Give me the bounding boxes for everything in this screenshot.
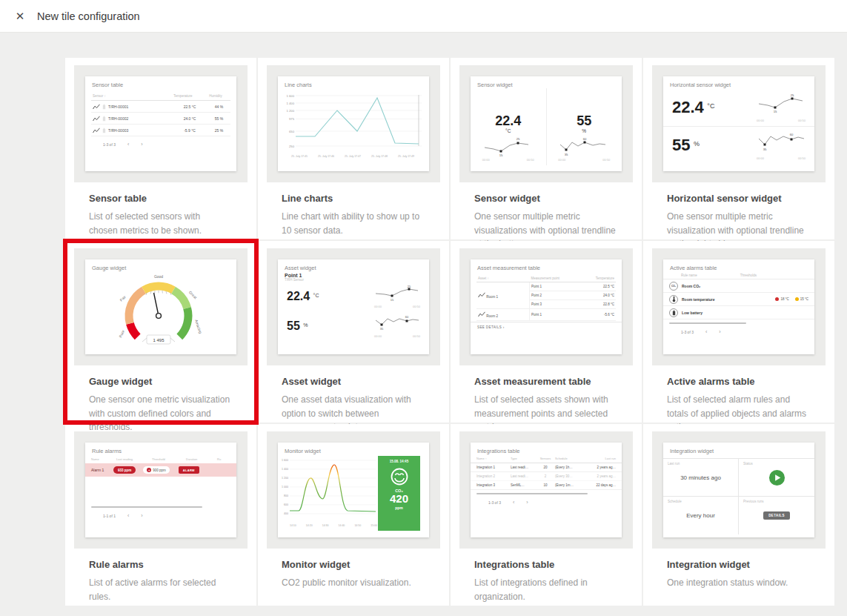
mini-heading: Line charts bbox=[278, 76, 429, 88]
tile-card-line-charts[interactable]: Line charts 1 600 1 400 1 200 975 650 bbox=[258, 58, 449, 239]
tile-card-gauge-widget[interactable]: Gauge widget Poor bbox=[65, 241, 256, 423]
pagination-next[interactable]: › bbox=[719, 329, 720, 334]
tile-card-rule-alarms[interactable]: Rule alarms Name Last reading Threshold … bbox=[65, 424, 256, 606]
svg-text:35: 35 bbox=[380, 327, 384, 331]
trendline-chart: 35 60 bbox=[558, 136, 610, 157]
horizontal-scrollbar[interactable] bbox=[476, 493, 588, 494]
svg-text:Amazing: Amazing bbox=[194, 319, 203, 334]
metric-row-temperature: 22.4 °C 15 25 00:00 00:50 bbox=[278, 282, 429, 311]
svg-text:Good: Good bbox=[154, 274, 163, 279]
column-name: Name bbox=[91, 457, 116, 461]
svg-text:15: 15 bbox=[774, 110, 777, 113]
tile-card-monitor-widget[interactable]: Monitor widget bbox=[258, 424, 449, 606]
svg-text:1 400: 1 400 bbox=[282, 468, 288, 471]
line-chart-icon bbox=[478, 311, 485, 317]
tile-preview: Rule alarms Name Last reading Threshold … bbox=[74, 431, 248, 549]
trendline-times: 00:00 00:50 bbox=[757, 156, 806, 160]
details-button[interactable]: DETAILS bbox=[763, 511, 790, 520]
column-name: Name ↑ bbox=[476, 457, 511, 460]
pagination-prev[interactable]: ‹ bbox=[513, 500, 514, 505]
horizontal-scrollbar[interactable] bbox=[669, 322, 746, 324]
metric-unit: °C bbox=[505, 128, 511, 133]
sensor-humidity: 44 % bbox=[209, 105, 229, 109]
metric-row-humidity: 55 % 35 60 00:00 00:50 bbox=[278, 311, 429, 341]
gauge-segment-poor bbox=[130, 323, 137, 337]
pagination-next[interactable]: › bbox=[141, 513, 142, 518]
tile-description: CO2 public monitor visualization. bbox=[282, 576, 424, 590]
gauge-segment-good bbox=[144, 286, 173, 290]
metric-unit: % bbox=[694, 140, 700, 148]
tile-title: Monitor widget bbox=[282, 559, 430, 570]
tile-title: Sensor widget bbox=[474, 193, 622, 204]
tile-card-horizontal-sensor-widget[interactable]: Horizontal sensor widget 22.4 °C 15 25 0… bbox=[643, 58, 834, 239]
co2-icon: CO₂ bbox=[669, 282, 678, 291]
trendline-times: 00:00 00:50 bbox=[558, 158, 610, 162]
trendline-chart: 15 25 bbox=[757, 93, 806, 115]
svg-text:600: 600 bbox=[284, 503, 288, 506]
rule-name: Room temperature bbox=[682, 297, 714, 302]
svg-text:35: 35 bbox=[565, 153, 568, 156]
tile-description: List of active alarms for selected rules… bbox=[89, 576, 231, 603]
tile-preview: Sensor widget 22.4 °C 15 25 00:00 bbox=[459, 65, 633, 182]
trendline-chart: 35 60 bbox=[757, 130, 806, 153]
tile-preview: Integration widget Last run 30 minutes a… bbox=[652, 431, 826, 549]
tile-card-active-alarms-table[interactable]: Active alarms table Rule name Thresholds… bbox=[643, 241, 834, 423]
mini-heading: Sensor table bbox=[85, 76, 236, 88]
tile-title: Asset widget bbox=[282, 376, 430, 387]
svg-text:800: 800 bbox=[284, 494, 288, 497]
pagination-prev[interactable]: ‹ bbox=[705, 329, 707, 334]
pagination-prev[interactable]: ‹ bbox=[127, 513, 129, 518]
gauge-segment-fair bbox=[129, 290, 144, 323]
tile-card-asset-widget[interactable]: Asset widget Point 1 T/RH Sensor 22.4 °C… bbox=[258, 241, 449, 423]
svg-text:1 400: 1 400 bbox=[287, 102, 295, 105]
tile-card-integration-widget[interactable]: Integration widget Last run 30 minutes a… bbox=[643, 424, 834, 606]
pagination-next[interactable]: › bbox=[526, 500, 528, 505]
plus-circle-icon: + bbox=[147, 468, 151, 472]
mini-heading: Monitor widget bbox=[278, 443, 429, 454]
point-temperature: -5.6 °C bbox=[575, 309, 616, 321]
pagination-prev[interactable]: ‹ bbox=[127, 142, 129, 147]
line-chart-icon bbox=[478, 292, 485, 298]
table-row: T/RH-00002 24.0 °C 55 % bbox=[91, 113, 230, 125]
tile-title: Horizontal sensor widget bbox=[667, 193, 815, 204]
last-reading-pill: 933 ppm bbox=[113, 466, 136, 474]
svg-text:15: 15 bbox=[391, 298, 394, 302]
tile-title: Sensor table bbox=[89, 193, 237, 204]
tile-description: Line chart with ability to show up to 10… bbox=[282, 210, 424, 237]
pagination-next[interactable]: › bbox=[141, 142, 142, 147]
pagination-label: 1-3 of 3 bbox=[103, 142, 116, 147]
column-humidity: Humidity bbox=[202, 94, 229, 98]
tile-preview: Asset widget Point 1 T/RH Sensor 22.4 °C… bbox=[267, 248, 440, 365]
gauge-chart: Poor Fair Good Great Amazing 1 495 bbox=[105, 270, 216, 353]
horizontal-scrollbar[interactable] bbox=[91, 506, 202, 508]
svg-text:60: 60 bbox=[405, 315, 409, 319]
svg-text:1 000: 1 000 bbox=[282, 486, 288, 489]
battery-icon bbox=[102, 116, 106, 122]
close-icon[interactable]: ✕ bbox=[10, 7, 30, 26]
data-series-line bbox=[296, 98, 419, 144]
threshold-badge-yellow: 15 °C bbox=[795, 297, 808, 301]
svg-text:1 600: 1 600 bbox=[282, 459, 288, 462]
column-rule-name: Rule name bbox=[681, 274, 697, 277]
tile-description: List of selected sensors with chosen met… bbox=[89, 210, 231, 237]
metric-row-humidity: 55 % 35 60 00:00 00:50 bbox=[663, 126, 814, 164]
see-details-link[interactable]: SEE DETAILS › bbox=[471, 322, 622, 329]
point-name: Point 1 bbox=[529, 282, 575, 291]
tile-card-asset-measurement-table[interactable]: Asset measurement table Asset ↑ Measurem… bbox=[451, 241, 642, 423]
svg-text:Fair: Fair bbox=[119, 294, 127, 302]
sensor-name: T/RH-00003 bbox=[108, 128, 170, 133]
tile-card-sensor-widget[interactable]: Sensor widget 22.4 °C 15 25 00:00 bbox=[451, 58, 642, 239]
y-axis-labels: 1 600 1 400 1 200 975 650 250 bbox=[287, 94, 295, 148]
tile-description: List of integrations defined in organiza… bbox=[474, 576, 617, 603]
point-temperature: 24.0 °C bbox=[575, 291, 616, 300]
gauge-needle bbox=[154, 293, 159, 316]
line-chart-icon bbox=[93, 116, 100, 122]
tile-title: Integration widget bbox=[667, 559, 815, 570]
metric-unit: % bbox=[303, 322, 308, 328]
last-run-value: 30 minutes ago bbox=[680, 474, 721, 481]
column-asset: Asset ↑ bbox=[476, 274, 529, 282]
tile-description: One sensor one metric visualization with… bbox=[89, 393, 231, 434]
tile-card-integrations-table[interactable]: Integrations table Name ↑ Type Sensors S… bbox=[451, 424, 642, 606]
tile-card-sensor-table[interactable]: Sensor table Sensor ↑ Temperature Humidi… bbox=[65, 58, 256, 239]
svg-text:975: 975 bbox=[289, 117, 295, 121]
